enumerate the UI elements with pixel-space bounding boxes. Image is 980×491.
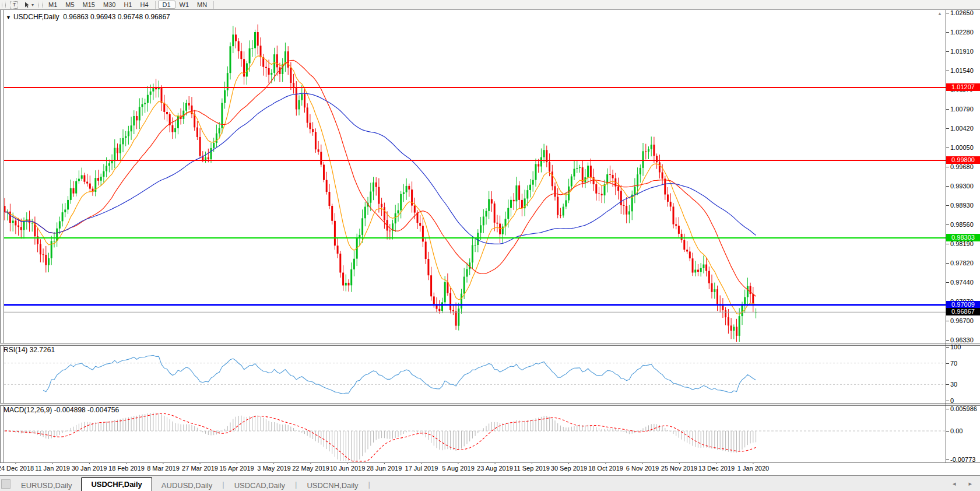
price-axis-label: 1.01540 (950, 67, 974, 74)
tab-bar: EURUSD,DailyUSDCHF,DailyAUDUSD,Daily|USD… (0, 475, 980, 491)
date-label: 15 Apr 2019 (219, 465, 254, 472)
price-level-badge-0.98303: 0.98303 (946, 234, 980, 241)
date-label: 30 Sep 2019 (551, 465, 587, 472)
timeframe-button-m30[interactable]: M30 (99, 1, 120, 9)
chart-title: ▼USDCHF,Daily 0.96863 0.96943 0.96748 0.… (6, 13, 170, 21)
price-axis-label: 0.99680 (950, 163, 974, 170)
price-level-badge-0.96867: 0.96867 (946, 308, 980, 315)
date-label: 23 Aug 2019 (477, 465, 513, 472)
indicator-axis-label: 0.00 (950, 427, 963, 434)
date-label: 18 Oct 2019 (588, 465, 623, 472)
cursor-arrow-icon (24, 2, 30, 8)
indicator-axis-label: -0.00773 (950, 456, 975, 463)
date-label: 17 Jul 2019 (405, 465, 438, 472)
price-axis-label: 0.96700 (950, 317, 974, 324)
price-axis-label: 0.98930 (950, 202, 974, 209)
chart-symbol-label: USDCHF,Daily (13, 13, 59, 21)
price-axis-label: 0.97440 (950, 279, 974, 286)
chart-window: ▼USDCHF,Daily 0.96863 0.96943 0.96748 0.… (0, 10, 980, 475)
tab-eurusd-daily[interactable]: EURUSD,Daily (12, 479, 81, 491)
date-label: 8 Mar 2019 (147, 465, 180, 472)
timeframe-button-m1[interactable]: M1 (44, 1, 61, 9)
toolbar-grip[interactable] (2, 2, 6, 8)
chart-ohlc-values: 0.96863 0.96943 0.96748 0.96867 (63, 13, 170, 21)
price-axis-label: 1.00790 (950, 106, 974, 113)
tab-usdcnh-daily[interactable]: USDCNH,Daily (297, 479, 367, 491)
price-axis-label: 0.97820 (950, 259, 974, 266)
indicator-axis-label: 70 (950, 360, 957, 367)
date-label: 25 Nov 2019 (661, 465, 697, 472)
date-label: 22 May 2019 (292, 465, 329, 472)
price-axis-label: 0.99300 (950, 183, 974, 190)
price-level-badge-0.99800: 0.99800 (946, 156, 980, 164)
tab-usdcad-daily[interactable]: USDCAD,Daily (225, 479, 294, 491)
date-label: 1 Jan 2020 (737, 465, 769, 472)
pane-divider-macd[interactable] (0, 403, 980, 406)
price-level-badge-1.01207: 1.01207 (946, 83, 980, 91)
price-axis-label: 1.02280 (950, 29, 974, 36)
indicator-axis-label: 30 (950, 381, 957, 388)
macd-pane[interactable] (0, 406, 946, 462)
text-tool-icon: T (10, 1, 18, 9)
indicator-axis-label: 100 (950, 343, 961, 350)
date-label: 6 Nov 2019 (626, 465, 659, 472)
date-label: 10 Jun 2019 (330, 465, 366, 472)
date-label: 24 Dec 2018 (0, 465, 34, 472)
mt4-window: T ▾ M1M5M15M30H1H4D1W1MN ▼USDCHF,Daily 0… (0, 0, 980, 491)
timeframe-button-w1[interactable]: W1 (175, 1, 194, 9)
date-label: 11 Sep 2019 (514, 465, 550, 472)
date-label: 30 Jan 2019 (72, 465, 107, 472)
timeframe-button-m5[interactable]: M5 (61, 1, 78, 9)
rsi-indicator-label: RSI(14) 32.7261 (3, 346, 55, 354)
text-tool-button[interactable]: T (8, 1, 21, 9)
timeframe-button-mn[interactable]: MN (193, 1, 211, 9)
collapse-triangle-icon[interactable]: ▼ (6, 15, 11, 20)
chart-tabs: EURUSD,DailyUSDCHF,DailyAUDUSD,Daily|USD… (12, 477, 371, 491)
tab-scroll-right-icon[interactable]: ▸ (968, 480, 972, 488)
date-label: 3 May 2019 (257, 465, 290, 472)
chart-bottom-frame (0, 462, 980, 463)
price-axis-label: 1.01910 (950, 48, 974, 55)
indicator-axis-label: 0 (950, 397, 954, 404)
price-axis-label: 0.96330 (950, 336, 974, 343)
toolbar-grip-2[interactable] (38, 2, 43, 8)
rsi-pane[interactable] (0, 346, 946, 403)
price-axis-label: 0.98560 (950, 221, 974, 228)
date-label: 11 Jan 2019 (35, 465, 70, 472)
price-axis-label: 1.02650 (950, 9, 974, 16)
tabbar-corner (1, 479, 10, 489)
date-label: 28 Jun 2019 (367, 465, 402, 472)
timeframe-group: M1M5M15M30H1H4D1W1MN (44, 1, 216, 9)
tab-audusd-daily[interactable]: AUDUSD,Daily (152, 479, 222, 491)
top-toolbar: T ▾ M1M5M15M30H1H4D1W1MN (0, 0, 980, 10)
tab-usdchf-daily[interactable]: USDCHF,Daily (81, 477, 152, 491)
tab-scroll-left-icon[interactable]: ◂ (953, 480, 956, 488)
tab-scroll-controls: ◂ ▸ (953, 480, 980, 491)
tab-separator: | (368, 480, 371, 489)
date-label: 27 Mar 2019 (182, 465, 218, 472)
timeframe-button-h1[interactable]: H1 (120, 1, 136, 9)
cursor-tool-button[interactable]: ▾ (21, 1, 37, 9)
date-label: 5 Aug 2019 (442, 465, 475, 472)
date-label: 18 Feb 2019 (108, 465, 145, 472)
macd-indicator-label: MACD(12,26,9) -0.004898 -0.004756 (3, 406, 119, 414)
timeframe-button-d1[interactable]: D1 (158, 1, 175, 9)
indicator-axis-label: 0.005986 (950, 405, 977, 412)
dropdown-arrow-icon: ▾ (31, 2, 34, 8)
price-axis-label: 1.00050 (950, 144, 974, 151)
scroll-up-icon[interactable]: ▲ (937, 11, 942, 16)
date-label: 13 Dec 2019 (698, 465, 735, 472)
timeframe-button-m15[interactable]: M15 (79, 1, 99, 9)
price-pane[interactable] (0, 10, 946, 343)
timeframe-button-h4[interactable]: H4 (136, 1, 152, 9)
pane-divider-rsi[interactable] (0, 343, 980, 346)
price-axis-label: 1.00420 (950, 125, 974, 132)
